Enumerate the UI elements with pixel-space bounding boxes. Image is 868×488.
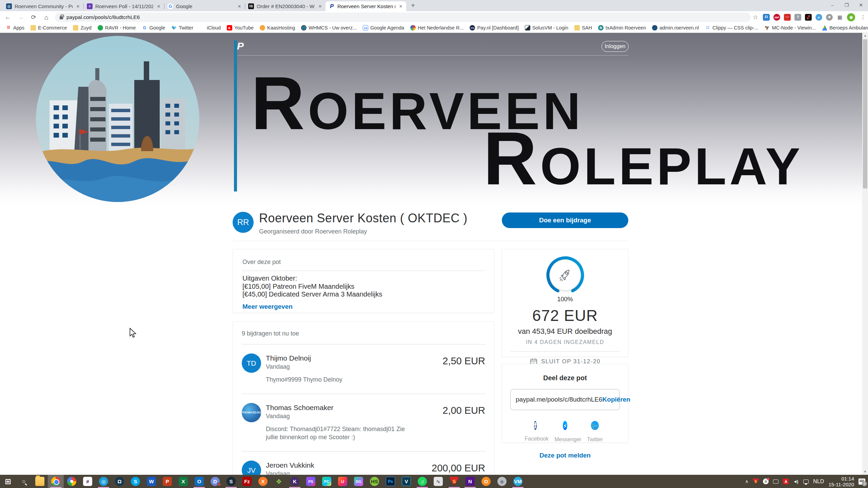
extensions-puzzle-icon[interactable] <box>836 14 843 21</box>
page-scrollbar[interactable] <box>862 33 868 475</box>
browser-tab[interactable]: Google <box>164 1 245 11</box>
shield-app-icon[interactable]: ◆ <box>497 477 507 486</box>
taskbar-app[interactable] <box>64 475 80 488</box>
network-icon[interactable] <box>803 480 809 484</box>
taskbar-app[interactable] <box>0 475 16 488</box>
taskbar-app[interactable]: O <box>478 475 494 488</box>
bookmark-item[interactable]: RAVR - Home <box>95 24 138 31</box>
pycharm-icon[interactable]: PC <box>322 477 331 486</box>
close-icon[interactable] <box>317 4 323 9</box>
headset-icon[interactable]: Ω <box>115 477 124 486</box>
heidisql-icon[interactable]: HS <box>370 477 379 486</box>
forward-button[interactable] <box>16 12 26 22</box>
taskbar-app[interactable]: O <box>191 475 207 488</box>
taskbar-app[interactable]: HS <box>367 475 382 488</box>
monitor-app-icon[interactable]: ∿ <box>434 477 443 486</box>
social-share-button[interactable]: Facebook <box>525 418 546 443</box>
taskbar-app[interactable]: ∿ <box>430 475 446 488</box>
notification-center-icon[interactable]: 6 <box>859 479 865 485</box>
excel-icon[interactable]: X <box>179 477 188 486</box>
bookmark-star-icon[interactable] <box>753 14 758 21</box>
vmware-icon[interactable]: VM <box>513 477 522 486</box>
bookmark-item[interactable]: SolusVM - Login <box>522 24 571 31</box>
file-explorer-icon[interactable] <box>35 477 44 486</box>
outlook-icon[interactable]: O <box>195 477 204 486</box>
steam-icon[interactable]: S <box>226 477 236 486</box>
taskbar-app[interactable]: W <box>143 475 159 488</box>
nzxt-icon[interactable]: N <box>466 477 475 486</box>
reload-button[interactable] <box>28 12 39 22</box>
taskbar-app[interactable]: S <box>446 475 462 488</box>
adblock-extension-icon[interactable] <box>773 14 780 21</box>
taskbar-app[interactable]: X <box>255 475 271 488</box>
taskbar-app[interactable]: P <box>159 475 175 488</box>
taskbar-app[interactable]: S <box>127 475 143 488</box>
word-icon[interactable]: W <box>147 477 156 486</box>
bookmark-item[interactable]: Zuyd <box>71 24 94 31</box>
color-app-icon[interactable] <box>274 477 283 486</box>
taskbar-app[interactable]: S <box>223 475 239 488</box>
bookmark-item[interactable]: Google <box>140 24 168 31</box>
taskbar-app[interactable]: Ps <box>382 475 398 488</box>
search-icon[interactable] <box>19 477 28 486</box>
scrollbar-thumb[interactable] <box>863 39 867 188</box>
start-icon[interactable] <box>3 477 13 486</box>
gear-extension-icon[interactable] <box>826 14 833 21</box>
openvpn-icon[interactable]: O <box>481 477 491 486</box>
chrome-icon[interactable] <box>51 477 60 486</box>
browser-tab[interactable]: Roerveen Server Kosten ( OKTDE <box>326 1 406 11</box>
fi-extension-icon[interactable] <box>763 14 770 21</box>
bookmark-item[interactable]: Pay.nl [Dashboard] <box>467 24 521 31</box>
taskbar-app[interactable]: DG <box>351 475 367 488</box>
taskbar-app[interactable]: ◆ <box>494 475 510 488</box>
volume-icon[interactable] <box>793 479 799 484</box>
clock[interactable]: 01:14 15-11-2020 <box>828 476 854 487</box>
bookmark-item[interactable]: admin.roerveen.nl <box>650 24 701 31</box>
bookmark-item[interactable]: Apps <box>3 24 27 31</box>
bookmark-item[interactable]: YouTube <box>224 24 256 31</box>
xampp-icon[interactable]: X <box>258 477 268 486</box>
close-window-button[interactable] <box>854 0 868 11</box>
bookmark-item[interactable]: Clippy — CSS clip-... <box>703 24 761 31</box>
taskbar-app[interactable] <box>16 475 32 488</box>
social-icon[interactable] <box>591 421 599 430</box>
address-bar[interactable]: paypal.com/pools/c/8udtcrhLE6 <box>55 13 751 22</box>
color-wheel-icon[interactable] <box>67 477 76 486</box>
datagrip-icon[interactable]: DG <box>354 477 363 486</box>
taskbar-app[interactable]: # <box>80 475 96 488</box>
taskbar-app[interactable]: Ω <box>112 475 127 488</box>
bookmark-item[interactable]: MC-Node - Viewin... <box>762 24 818 31</box>
filezilla-icon[interactable]: Fz <box>242 477 252 486</box>
discord-tray-icon[interactable] <box>763 479 769 484</box>
taskbar-app[interactable]: VM <box>510 475 526 488</box>
profile-avatar[interactable] <box>847 13 855 21</box>
bookmark-item[interactable]: Twitter <box>169 24 196 31</box>
lastpass-extension-icon[interactable] <box>784 14 791 21</box>
avira-tray-icon[interactable] <box>783 479 789 484</box>
close-icon[interactable] <box>156 4 161 9</box>
taskbar-app[interactable]: X <box>175 475 191 488</box>
share-link-field[interactable]: paypal.me/pools/c/8udtcrhLE6 Kopiëren <box>510 389 620 410</box>
social-icon[interactable] <box>534 421 537 430</box>
login-button[interactable]: Inloggen <box>601 41 629 52</box>
powerpoint-icon[interactable]: P <box>163 477 172 486</box>
keyboard-language[interactable]: NLD <box>813 479 824 485</box>
close-icon[interactable] <box>75 4 81 9</box>
paypal-logo[interactable]: P <box>237 40 244 52</box>
power-app-icon[interactable]: ◎ <box>99 477 108 486</box>
url-text[interactable]: paypal.com/pools/c/8udtcrhLE6 <box>66 14 140 20</box>
photoshop-icon[interactable]: Ps <box>386 477 395 486</box>
social-icon[interactable] <box>563 421 567 430</box>
show-more-link[interactable]: Meer weergeven <box>242 303 293 310</box>
back-button[interactable] <box>3 12 13 22</box>
browser-tab[interactable]: Roerveen Poll - 14/11/2020 - Go <box>83 1 164 11</box>
social-share-button[interactable]: Twitter <box>585 418 606 443</box>
bookmark-item[interactable]: txAdmin Roerveen <box>596 24 648 31</box>
taskbar-app[interactable]: N <box>462 475 478 488</box>
gitkraken-icon[interactable]: K <box>290 477 299 486</box>
home-button[interactable] <box>41 12 52 22</box>
lock-icon[interactable] <box>60 16 63 19</box>
spotify-icon[interactable]: ♫ <box>418 477 427 486</box>
browser-tab[interactable]: Order # EN20003040 - Wholesal <box>245 1 326 11</box>
bookmark-item[interactable]: iCloud <box>197 24 223 31</box>
